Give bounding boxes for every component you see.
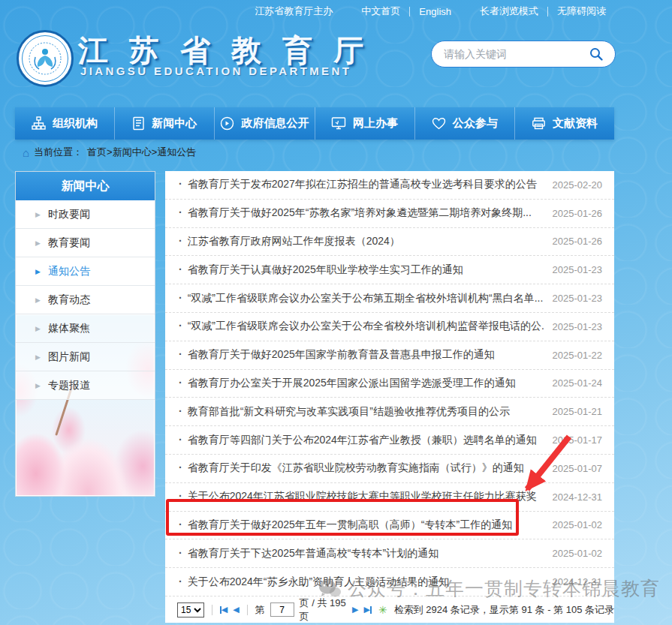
notice-row-highlighted[interactable]: 省教育厅关于做好2025年五年一贯制高职（高师）“专转本”工作的通知 2025-…: [165, 512, 614, 540]
accessibility-link[interactable]: 无障碍阅读: [557, 5, 606, 18]
notice-row[interactable]: 省教育厅关于认真做好2025年职业学校学生实习工作的通知 2025-01-23: [165, 256, 614, 284]
notice-title[interactable]: 省教育厅关于做好2025年国家学前教育普及普惠县申报工作的通知: [179, 348, 544, 362]
last-page-button[interactable]: ▶: [364, 605, 372, 614]
notice-row[interactable]: 关于公布2024年江苏省职业院校技能大赛中等职业学校班主任能力比赛获奖 2024…: [165, 483, 614, 512]
search-input[interactable]: [444, 48, 586, 60]
site-logo[interactable]: [17, 30, 74, 87]
records-summary: 检索到 2924 条记录，显示第 91 条 - 第 105 条记录: [394, 603, 614, 617]
nav-item-organization[interactable]: 组织机构: [15, 107, 115, 140]
search-icon[interactable]: [586, 44, 606, 64]
notice-row[interactable]: 省教育厅等四部门关于公布2024年江苏省产业教授（兼职）选聘名单的通知 2025…: [165, 426, 614, 455]
site-subtitle: JIANGSU EDUCATION DEPARTMENT: [80, 65, 351, 77]
nav-label: 文献资料: [553, 116, 598, 131]
first-page-button[interactable]: ◀: [220, 605, 228, 614]
nav-item-document-archive[interactable]: 文献资料: [515, 107, 614, 140]
logo-emblem-icon: [22, 35, 68, 82]
main-nav: 组织机构 新闻中心 政府信息公开 网上办事: [15, 107, 614, 140]
page-label-suffix: 页 / 共 195 页: [300, 596, 347, 623]
notice-row[interactable]: 教育部首批“新文科研究与改革实践项目”结题验收推荐优秀项目的公示 2025-01…: [165, 398, 614, 426]
notice-date: 2025-01-07: [553, 463, 603, 474]
notice-title[interactable]: “双减”工作省级联席会议办公室关于公布第五期全省校外培训机构“黑白名单...: [179, 292, 544, 305]
divider: [547, 7, 548, 17]
page-number-input[interactable]: [270, 602, 294, 617]
notice-row[interactable]: 江苏省教育厅政府网站工作年度报表（2024） 2025-01-26: [165, 228, 614, 257]
home-link[interactable]: 中文首页: [361, 5, 400, 18]
sidebar-item-label: 教育要闻: [48, 236, 90, 250]
notice-title[interactable]: 江苏省教育厅政府网站工作年度报表（2024）: [179, 235, 544, 248]
notice-row[interactable]: 关于公布2024年“苏乡永助”资助育人主题活动结果的通知 2024-12-31: [165, 568, 614, 596]
info-disclosure-icon: [220, 116, 234, 131]
notice-title[interactable]: 省教育厅关于做好2025年“苏教名家”培养对象遴选暨第二期培养对象终期...: [179, 206, 544, 220]
sidebar-item-label: 教育动态: [48, 293, 90, 307]
nav-item-news-center[interactable]: 新闻中心: [115, 107, 215, 140]
nav-label: 新闻中心: [152, 116, 197, 131]
notice-title[interactable]: 省教育厅关于发布2027年拟在江苏招生的普通高校专业选考科目要求的公告: [179, 178, 544, 191]
notice-date: 2024-12-31: [553, 491, 603, 503]
triangle-bullet-icon: ▶: [35, 325, 41, 332]
notice-row[interactable]: 省教育厅关于做好2025年“苏教名家”培养对象遴选暨第二期培养对象终期... 2…: [165, 200, 614, 228]
triangle-bullet-icon: ▶: [35, 296, 41, 304]
sidebar-news-center: 新闻中心 ▶ 时政要闻 ▶ 教育要闻 ▶ 通知公告 ▶ 教育动态 ▶ 媒体聚焦 …: [15, 171, 155, 497]
next-page-button[interactable]: ▶: [352, 605, 358, 614]
notice-row[interactable]: 省教育厅关于做好2025年国家学前教育普及普惠县申报工作的通知 2025-01-…: [165, 341, 614, 370]
archive-icon: [532, 116, 546, 131]
sidebar-item-education-dynamics[interactable]: ▶ 教育动态: [16, 286, 155, 314]
nav-label: 政府信息公开: [241, 116, 309, 131]
sidebar-item-special-reports[interactable]: ▶ 专题报道: [16, 371, 155, 400]
notice-title[interactable]: 省教育厅关于认真做好2025年职业学校学生实习工作的通知: [179, 263, 544, 277]
sidebar-item-label: 图片新闻: [48, 350, 90, 364]
notice-date: 2025-01-02: [553, 548, 603, 559]
notice-title[interactable]: 教育部首批“新文科研究与改革实践项目”结题验收推荐优秀项目的公示: [179, 405, 544, 419]
notice-title[interactable]: 省教育厅关于做好2025年五年一贯制高职（高师）“专转本”工作的通知: [179, 518, 544, 532]
notice-date: 2025-01-26: [553, 236, 603, 247]
nav-label: 组织机构: [53, 116, 98, 131]
notice-date: 2025-01-17: [553, 434, 603, 446]
notice-row[interactable]: 省教育厅关于印发《江苏省职业院校劳动教育实施指南（试行）》的通知 2025-01…: [165, 455, 614, 483]
notice-title[interactable]: “双减”工作省级联席会议办公室关于公布全省校外培训机构监督举报电话的公...: [179, 320, 544, 333]
notice-list: 省教育厅关于发布2027年拟在江苏招生的普通高校专业选考科目要求的公告 2025…: [165, 171, 614, 596]
divider: [247, 605, 248, 615]
notice-date: 2025-01-24: [553, 377, 603, 389]
sidebar-item-notices[interactable]: ▶ 通知公告: [16, 257, 155, 286]
host-link[interactable]: 江苏省教育厅主办: [255, 5, 333, 18]
notice-title[interactable]: 关于公布2024年“苏乡永助”资助育人主题活动结果的通知: [179, 575, 544, 589]
notice-row[interactable]: 省教育厅关于下达2025年普通高校“专转本”计划的通知 2025-01-02: [165, 539, 614, 568]
nav-item-public-participation[interactable]: 公众参与: [415, 107, 515, 140]
sidebar-item-current-affairs[interactable]: ▶ 时政要闻: [16, 200, 155, 229]
breadcrumb-path[interactable]: 首页>新闻中心>通知公告: [87, 146, 196, 159]
notice-title[interactable]: 关于公布2024年江苏省职业院校技能大赛中等职业学校班主任能力比赛获奖: [179, 490, 544, 503]
page-size-select[interactable]: 15: [177, 602, 204, 617]
notice-date: 2025-01-26: [553, 208, 603, 219]
notice-date: 2025-01-22: [553, 350, 603, 361]
prev-page-button[interactable]: ◀: [233, 605, 239, 614]
nav-item-info-disclosure[interactable]: 政府信息公开: [215, 107, 315, 140]
top-utility-bar: 江苏省教育厅主办 中文首页 English 长者浏览模式 无障碍阅读: [0, 0, 672, 23]
nav-item-online-service[interactable]: 网上办事: [315, 107, 415, 140]
breadcrumb: ⌂ 当前位置： 首页>新闻中心>通知公告: [23, 146, 196, 159]
notice-row[interactable]: 省教育厅办公室关于开展2025年国家公派出国留学选派受理工作的通知 2025-0…: [165, 370, 614, 398]
notice-title[interactable]: 省教育厅关于印发《江苏省职业院校劳动教育实施指南（试行）》的通知: [179, 461, 544, 475]
triangle-bullet-icon: ▶: [35, 239, 41, 247]
divider: [212, 605, 212, 615]
online-service-icon: [331, 116, 346, 131]
notice-title[interactable]: 省教育厅办公室关于开展2025年国家公派出国留学选派受理工作的通知: [179, 377, 544, 390]
notice-row[interactable]: “双减”工作省级联席会议办公室关于公布第五期全省校外培训机构“黑白名单... 2…: [165, 284, 614, 313]
home-icon: ⌂: [23, 147, 29, 158]
sidebar-item-photo-news[interactable]: ▶ 图片新闻: [16, 343, 155, 371]
notice-row[interactable]: “双减”工作省级联席会议办公室关于公布全省校外培训机构监督举报电话的公... 2…: [165, 313, 614, 341]
elder-mode-link[interactable]: 长者浏览模式: [480, 5, 538, 18]
notice-title[interactable]: 省教育厅关于下达2025年普通高校“专转本”计划的通知: [179, 547, 544, 560]
notice-title[interactable]: 省教育厅等四部门关于公布2024年江苏省产业教授（兼职）选聘名单的通知: [179, 434, 544, 447]
notice-date: 2025-01-23: [553, 321, 603, 332]
english-link[interactable]: English: [419, 6, 451, 17]
site-search: [431, 41, 616, 68]
refresh-icon[interactable]: ✳: [378, 604, 387, 616]
sidebar-item-media-focus[interactable]: ▶ 媒体聚焦: [16, 314, 155, 343]
sidebar-item-label: 媒体聚焦: [48, 322, 90, 335]
triangle-bullet-icon: ▶: [35, 382, 41, 389]
notice-date: 2025-01-02: [553, 519, 603, 530]
breadcrumb-prefix: 当前位置：: [34, 146, 83, 159]
news-icon: [132, 116, 145, 131]
notice-row[interactable]: 省教育厅关于发布2027年拟在江苏招生的普通高校专业选考科目要求的公告 2025…: [165, 171, 614, 200]
sidebar-item-education-news[interactable]: ▶ 教育要闻: [16, 229, 155, 257]
